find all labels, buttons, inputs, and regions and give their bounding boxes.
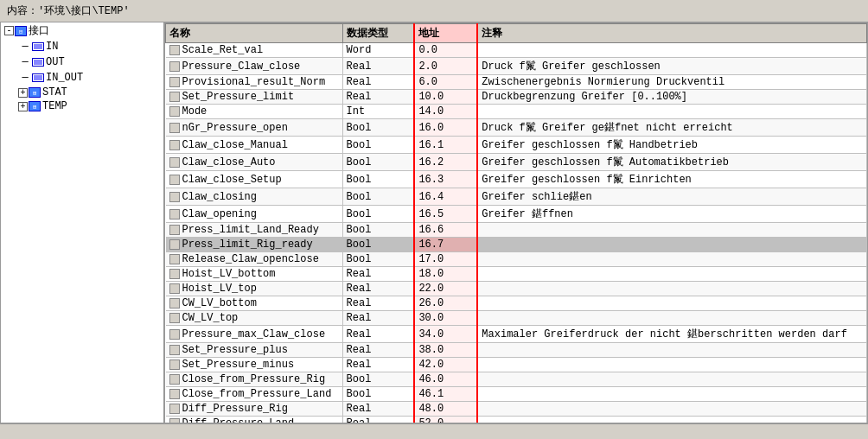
table-row[interactable]: Press_limit_Land_ReadyBool16.6 <box>166 223 867 238</box>
row-icon <box>169 92 180 102</box>
cell-name: Claw_close_Auto <box>166 154 343 171</box>
row-icon <box>169 374 180 385</box>
table-row[interactable]: Hoist_LV_topReal22.0 <box>166 282 867 296</box>
cell-comment <box>477 311 866 326</box>
cell-comment <box>477 223 866 238</box>
root-db-icon: ⊟ <box>15 26 27 36</box>
expand-temp-icon[interactable]: + <box>18 102 28 111</box>
table-row[interactable]: Pressure_Claw_closeReal2.0Druck f鬣 Greif… <box>166 58 867 75</box>
cell-address: 26.0 <box>414 296 477 311</box>
cell-comment: Druck f鬣 Greifer ge鍖fnet nicht erreicht <box>477 119 866 137</box>
data-table-container[interactable]: 名称 数据类型 地址 注释 Scale_Ret_valWord0.0Pressu… <box>164 22 868 423</box>
cell-type: Bool <box>342 137 414 154</box>
out-io-icon <box>32 58 44 67</box>
tree-item-in[interactable]: — IN <box>1 39 163 54</box>
cell-name: CW_LV_top <box>166 311 343 326</box>
table-row[interactable]: Press_limit_Rig_readyBool16.7 <box>166 238 867 252</box>
row-icon <box>169 239 180 250</box>
cell-name: Close_from_Pressure_Land <box>166 387 343 402</box>
cell-address: 16.4 <box>414 188 477 206</box>
cell-address: 16.6 <box>414 223 477 238</box>
cell-type: Bool <box>342 154 414 171</box>
cell-name: Mode <box>166 105 343 119</box>
cell-address: 46.0 <box>414 372 477 387</box>
cell-name: Release_Claw_openclose <box>166 252 343 267</box>
tree-item-stat[interactable]: + ⊞ STAT <box>1 86 163 99</box>
table-row[interactable]: CW_LV_topReal30.0 <box>166 311 867 326</box>
cell-type: Bool <box>342 206 414 223</box>
cell-comment: Zwischenergebnis Normierung Druckventil <box>477 75 866 90</box>
table-row[interactable]: Diff_Pressure_LandReal52.0 <box>166 417 867 424</box>
table-row[interactable]: Provisional_result_NormReal6.0Zwischener… <box>166 75 867 90</box>
cell-comment: Greifer 鍖ffnen <box>477 206 866 223</box>
table-row[interactable]: Diff_Pressure_RigReal48.0 <box>166 402 867 417</box>
row-icon <box>169 404 180 414</box>
table-row[interactable]: ModeInt14.0 <box>166 105 867 119</box>
cell-address: 17.0 <box>414 252 477 267</box>
tree-root-label: 接口 <box>29 23 49 38</box>
cell-type: Bool <box>342 171 414 188</box>
top-bar: 内容：'环境\接口\TEMP' <box>0 0 868 22</box>
cell-type: Real <box>342 402 414 417</box>
cell-name: Claw_opening <box>166 206 343 223</box>
cell-comment: Greifer geschlossen f鬣 Einrichten <box>477 171 866 188</box>
cell-comment: Druck f鬣 Greifer geschlossen <box>477 58 866 75</box>
cell-address: 16.3 <box>414 171 477 188</box>
cell-name: Provisional_result_Norm <box>166 75 343 90</box>
cell-comment: Greifer geschlossen f鬣 Handbetrieb <box>477 137 866 154</box>
cell-name: Claw_close_Setup <box>166 171 343 188</box>
expand-stat-icon[interactable]: + <box>18 88 28 98</box>
tree-item-in-out[interactable]: — IN_OUT <box>1 70 163 86</box>
tree-root[interactable]: - ⊟ 接口 <box>1 22 163 39</box>
cell-address: 42.0 <box>414 358 477 372</box>
cell-name: Diff_Pressure_Land <box>166 417 343 424</box>
cell-comment <box>477 372 866 387</box>
cell-type: Real <box>342 311 414 326</box>
table-row[interactable]: CW_LV_bottomReal26.0 <box>166 296 867 311</box>
tree-out-label: OUT <box>46 56 65 68</box>
table-row[interactable]: Hoist_LV_bottomReal18.0 <box>166 267 867 282</box>
table-row[interactable]: Claw_close_SetupBool16.3Greifer geschlos… <box>166 171 867 188</box>
cell-name: Hoist_LV_top <box>166 282 343 296</box>
cell-address: 48.0 <box>414 402 477 417</box>
table-row[interactable]: Set_Pressure_limitReal10.0Druckbegrenzun… <box>166 90 867 105</box>
table-row[interactable]: Claw_openingBool16.5Greifer 鍖ffnen <box>166 206 867 223</box>
cell-comment <box>477 343 866 358</box>
cell-type: Real <box>342 75 414 90</box>
bottom-bar <box>0 423 868 439</box>
cell-name: Close_from_Pressure_Rig <box>166 372 343 387</box>
row-icon <box>169 175 180 185</box>
cell-comment <box>477 252 866 267</box>
table-row[interactable]: nGr_Pressure_openBool16.0Druck f鬣 Greife… <box>166 119 867 137</box>
cell-address: 16.5 <box>414 206 477 223</box>
row-icon <box>169 106 180 117</box>
cell-address: 16.2 <box>414 154 477 171</box>
table-row[interactable]: Scale_Ret_valWord0.0 <box>166 43 867 58</box>
tree-item-out[interactable]: — OUT <box>1 54 163 70</box>
cell-address: 16.1 <box>414 137 477 154</box>
cell-type: Real <box>342 417 414 424</box>
table-row[interactable]: Claw_close_AutoBool16.2Greifer geschloss… <box>166 154 867 171</box>
table-row[interactable]: Close_from_Pressure_LandBool46.1 <box>166 387 867 402</box>
cell-address: 46.1 <box>414 387 477 402</box>
in-arrow-icon: — <box>18 40 32 54</box>
table-row[interactable]: Claw_close_ManualBool16.1Greifer geschlo… <box>166 137 867 154</box>
table-row[interactable]: Set_Pressure_minusReal42.0 <box>166 358 867 372</box>
tree-item-temp[interactable]: + ⊞ TEMP <box>1 99 163 113</box>
table-row[interactable]: Release_Claw_opencloseBool17.0 <box>166 252 867 267</box>
cell-address: 6.0 <box>414 75 477 90</box>
collapse-root-icon[interactable]: - <box>4 26 14 35</box>
table-row[interactable]: Claw_closingBool16.4Greifer schlie鍖en <box>166 188 867 206</box>
cell-name: CW_LV_bottom <box>166 296 343 311</box>
col-header-comment: 注释 <box>477 24 866 43</box>
cell-comment <box>477 387 866 402</box>
cell-comment <box>477 43 866 58</box>
table-row[interactable]: Set_Pressure_plusReal38.0 <box>166 343 867 358</box>
row-icon <box>169 225 180 235</box>
cell-name: Hoist_LV_bottom <box>166 267 343 282</box>
table-row[interactable]: Pressure_max_Claw_closeReal34.0Maximaler… <box>166 326 867 343</box>
cell-name: Set_Pressure_minus <box>166 358 343 372</box>
cell-name: Press_limit_Land_Ready <box>166 223 343 238</box>
cell-comment <box>477 105 866 119</box>
table-row[interactable]: Close_from_Pressure_RigBool46.0 <box>166 372 867 387</box>
